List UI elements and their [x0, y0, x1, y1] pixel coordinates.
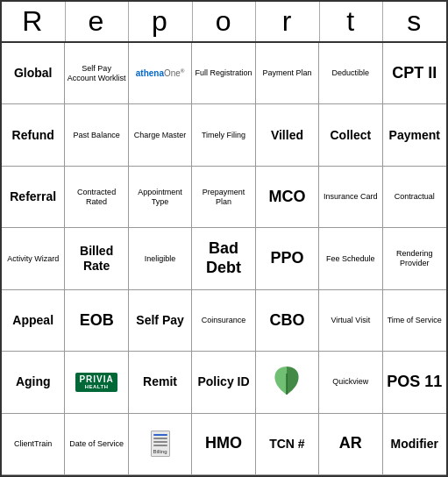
bingo-grid: GlobalSelf Pay Account WorklistathenaOne…	[2, 43, 446, 475]
cell-0-4: Payment Plan	[256, 43, 319, 104]
title-letter: e	[66, 2, 130, 41]
cell-text: Bad Debt	[194, 239, 252, 277]
cell-4-3: Coinsurance	[192, 290, 255, 352]
cell-text: Policy ID	[197, 374, 249, 389]
cell-1-1: Past Balance	[65, 104, 128, 166]
cell-0-2: athenaOne®	[129, 43, 192, 104]
cell-6-2: Billing	[129, 414, 192, 475]
cell-1-4: Villed	[256, 104, 319, 166]
cell-text: Virtual Visit	[331, 316, 371, 325]
cell-text: Date of Service	[69, 439, 124, 449]
cell-2-5: Insurance Card	[319, 167, 382, 228]
cell-text: Remit	[143, 374, 177, 389]
cell-2-4: MCO	[256, 167, 319, 228]
cell-text: Referral	[10, 189, 56, 204]
athena-logo: athenaOne®	[136, 68, 185, 78]
cell-text: Payment	[389, 128, 440, 143]
cell-4-0: Appeal	[2, 290, 65, 352]
cell-text: Appointment Type	[131, 188, 189, 207]
cell-2-6: Contractual	[383, 167, 446, 228]
cell-text: Refund	[12, 128, 54, 143]
cell-text: ClientTrain	[14, 439, 52, 449]
cell-6-3: HMO	[192, 414, 255, 475]
cell-3-4: PPO	[256, 228, 319, 289]
cell-text: MCO	[268, 188, 305, 207]
title-letter: r	[256, 2, 320, 41]
cell-2-2: Appointment Type	[129, 167, 192, 228]
cell-text: PPO	[270, 249, 303, 268]
cell-text: CBO	[269, 311, 304, 331]
cell-3-0: Activity Wizard	[2, 228, 65, 289]
cell-6-0: ClientTrain	[2, 414, 65, 475]
cell-0-6: CPT II	[383, 43, 446, 104]
title-letter: R	[2, 2, 66, 41]
cell-text: HMO	[205, 434, 242, 453]
cell-2-1: Contracted Rated	[65, 167, 128, 228]
cell-5-2: Remit	[129, 352, 192, 413]
cell-1-0: Refund	[2, 104, 65, 166]
cell-text: Quickview	[332, 377, 368, 387]
cell-text: EOB	[80, 311, 114, 331]
cell-text: Appeal	[12, 313, 53, 328]
cell-5-6: POS 11	[383, 352, 446, 413]
cell-2-0: Referral	[2, 167, 65, 228]
cell-5-0: Aging	[2, 352, 65, 413]
cell-text: Self Pay	[136, 313, 183, 328]
cell-text: TCN #	[269, 437, 304, 452]
cell-1-2: Charge Master	[129, 104, 192, 166]
cell-text: Billed Rate	[67, 244, 125, 274]
cell-text: CPT II	[392, 64, 437, 83]
title-letter: o	[193, 2, 257, 41]
cell-text: Insurance Card	[324, 192, 378, 202]
cell-0-3: Full Registration	[192, 43, 255, 104]
cell-5-1: PRIVIAHEALTH	[65, 352, 128, 413]
cell-text: Prepayment Plan	[194, 188, 252, 207]
cell-text: Payment Plan	[262, 68, 311, 78]
cell-1-3: Timely Filing	[192, 104, 255, 166]
cell-text: Rendering Provider	[385, 249, 444, 268]
cell-text: Modifier	[391, 437, 438, 452]
cell-text: Past Balance	[74, 131, 120, 140]
title-letter: p	[129, 2, 193, 41]
cell-6-5: AR	[319, 414, 382, 475]
cell-6-4: TCN #	[256, 414, 319, 475]
cell-4-1: EOB	[65, 290, 128, 352]
cell-1-5: Collect	[319, 104, 382, 166]
billing-doc-icon: Billing	[151, 431, 170, 457]
cell-text: Full Registration	[195, 68, 252, 78]
cell-5-3: Policy ID	[192, 352, 255, 413]
cell-0-5: Deductible	[319, 43, 382, 104]
cell-text: AR	[339, 434, 362, 453]
cell-6-1: Date of Service	[65, 414, 128, 475]
cell-2-3: Prepayment Plan	[192, 167, 255, 228]
cell-6-6: Modifier	[383, 414, 446, 475]
cell-text: Coinsurance	[202, 316, 246, 325]
cell-text: Contracted Rated	[67, 188, 125, 207]
cell-3-5: Fee Schedule	[319, 228, 382, 289]
leaf-icon	[269, 363, 304, 402]
title-letter: t	[320, 2, 384, 41]
cell-0-1: Self Pay Account Worklist	[65, 43, 128, 104]
cell-0-0: Global	[2, 43, 65, 104]
cell-text: Fee Schedule	[326, 254, 375, 264]
cell-text: Activity Wizard	[7, 254, 59, 264]
cell-text: Global	[14, 66, 53, 81]
bingo-card: Reports GlobalSelf Pay Account Worklista…	[0, 0, 448, 477]
cell-text: Aging	[16, 374, 51, 389]
cell-3-3: Bad Debt	[192, 228, 255, 289]
cell-text: Self Pay Account Worklist	[67, 64, 125, 83]
cell-3-2: Ineligible	[129, 228, 192, 289]
cell-text: Charge Master	[134, 131, 187, 140]
cell-text: Contractual	[395, 192, 435, 202]
cell-4-2: Self Pay	[129, 290, 192, 352]
cell-text: Collect	[331, 128, 372, 143]
cell-text: Deductible	[332, 68, 370, 78]
cell-text: Time of Service	[388, 316, 442, 325]
cell-5-4	[256, 352, 319, 413]
title-letter: s	[383, 2, 446, 41]
cell-4-5: Virtual Visit	[319, 290, 382, 352]
cell-text: Villed	[271, 128, 303, 143]
privia-logo: PRIVIAHEALTH	[75, 373, 117, 392]
cell-3-1: Billed Rate	[65, 228, 128, 289]
cell-4-6: Time of Service	[383, 290, 446, 352]
